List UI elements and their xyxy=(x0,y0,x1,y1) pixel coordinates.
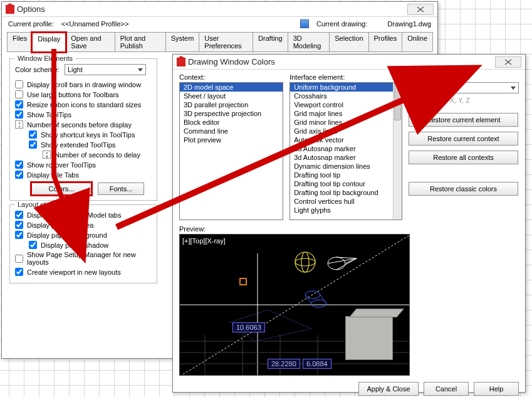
option-label: Display paper background xyxy=(27,231,107,239)
list-item[interactable]: 2d Autosnap marker xyxy=(290,144,402,153)
list-item[interactable]: Light glyphs xyxy=(290,206,402,214)
preview-label: Preview: xyxy=(179,225,519,233)
option-label: Show extended ToolTips xyxy=(41,141,115,149)
list-item[interactable]: Plot preview xyxy=(180,135,283,144)
option-checkbox[interactable] xyxy=(29,130,37,139)
cancel-button[interactable]: Cancel xyxy=(424,382,469,396)
options-titlebar[interactable]: Options xyxy=(2,2,437,17)
svg-line-18 xyxy=(320,295,326,304)
fonts-button[interactable]: Fonts... xyxy=(98,183,144,195)
option-checkbox[interactable] xyxy=(15,231,23,239)
tab-profiles[interactable]: Profiles xyxy=(368,32,403,51)
option-checkbox[interactable] xyxy=(15,80,23,88)
context-listbox[interactable]: 2D model spaceSheet / layout3D parallel … xyxy=(179,82,283,220)
tab-drafting[interactable]: Drafting xyxy=(253,32,288,51)
list-item[interactable]: Sheet / layout xyxy=(180,92,283,100)
list-item[interactable]: Grid minor lines xyxy=(290,118,402,127)
layout-elements-group: Layout elements Display Layout and Model… xyxy=(9,204,157,283)
current-profile-value: <<Unnamed Profile>> xyxy=(61,20,129,28)
restore-all-contexts-button[interactable]: Restore all contexts xyxy=(409,151,518,164)
number-input[interactable] xyxy=(43,151,51,159)
list-item[interactable]: 3d Autosnap marker xyxy=(290,153,402,162)
option-checkbox[interactable] xyxy=(29,140,37,149)
apply-close-button[interactable]: Apply & Close xyxy=(358,382,419,396)
preview-section: Preview: [+][Top][X-ray] xyxy=(179,225,519,376)
restore-current-element-button[interactable]: Restore current element xyxy=(409,113,518,127)
window-elements-legend: Window Elements xyxy=(15,55,75,62)
dwc-titlebar[interactable]: Drawing Window Colors xyxy=(173,55,525,70)
list-item[interactable]: 3D parallel projection xyxy=(180,100,283,109)
color-scheme-value: Light xyxy=(68,66,83,73)
list-item[interactable]: Command line xyxy=(180,127,283,135)
option-checkbox[interactable] xyxy=(15,171,23,179)
preview-canvas: [+][Top][X-ray] xyxy=(179,234,410,376)
list-item[interactable]: Dynamic dimension lines xyxy=(290,162,402,171)
list-item[interactable]: Autotrack vector xyxy=(290,135,402,144)
option-checkbox[interactable] xyxy=(15,221,23,229)
option-label: Show rollover ToolTips xyxy=(27,161,96,169)
autocad-logo-icon xyxy=(177,58,185,66)
option-checkbox[interactable] xyxy=(15,161,23,169)
interface-element-label: Interface element: xyxy=(289,73,402,81)
list-item[interactable]: Grid axis lines xyxy=(290,127,402,135)
context-label: Context: xyxy=(179,73,283,81)
option-checkbox[interactable] xyxy=(15,90,23,98)
close-icon[interactable] xyxy=(407,4,434,15)
help-button[interactable]: Help xyxy=(474,382,519,396)
svg-point-12 xyxy=(301,252,309,272)
option-label: Create viewport in new layouts xyxy=(27,268,121,276)
list-item[interactable]: Drafting tool tip xyxy=(290,171,402,179)
dwg-file-icon xyxy=(300,19,309,28)
number-input[interactable] xyxy=(15,120,23,129)
restore-classic-colors-button[interactable]: Restore classic colors xyxy=(409,182,518,196)
option-label: Display paper shadow xyxy=(41,241,108,249)
tab-selection[interactable]: Selection xyxy=(329,32,368,51)
tab-user-preferences[interactable]: User Preferences xyxy=(199,32,253,51)
option-label: Display File Tabs xyxy=(27,171,79,179)
options-tabs: FilesDisplayOpen and SavePlot and Publis… xyxy=(7,32,432,52)
option-label: Display Layout and Model tabs xyxy=(27,211,121,219)
list-item[interactable]: Crosshairs xyxy=(290,92,402,100)
tab-display[interactable]: Display xyxy=(32,33,66,52)
tint-xyz-checkbox xyxy=(415,96,423,104)
close-icon[interactable] xyxy=(495,56,521,68)
option-checkbox[interactable] xyxy=(15,211,23,219)
tab-online[interactable]: Online xyxy=(402,32,433,51)
option-label: Resize ribbon icons to standard sizes xyxy=(27,101,141,109)
list-item[interactable]: 2D model space xyxy=(180,83,283,92)
current-drawing-value: Drawing1.dwg xyxy=(387,20,431,28)
tab-files[interactable]: Files xyxy=(7,32,33,51)
list-item[interactable]: Drafting tool tip background xyxy=(290,188,402,197)
tab-plot-and-publish[interactable]: Plot and Publish xyxy=(115,32,166,51)
colors-button[interactable]: Colors... xyxy=(31,183,91,195)
color-scheme-dropdown[interactable]: Light xyxy=(65,64,146,75)
color-label: Color: xyxy=(409,73,519,81)
option-label: Show shortcut keys in ToolTips xyxy=(41,131,135,139)
color-dropdown[interactable]: Black xyxy=(409,82,519,93)
option-checkbox[interactable] xyxy=(15,110,23,119)
autocad-logo-icon xyxy=(6,5,14,14)
option-checkbox[interactable] xyxy=(15,255,23,263)
interface-element-listbox[interactable]: Uniform backgroundCrosshairsViewport con… xyxy=(289,82,402,220)
tab-open-and-save[interactable]: Open and Save xyxy=(65,32,115,51)
tab-system[interactable]: System xyxy=(165,32,200,51)
option-checkbox[interactable] xyxy=(15,268,23,276)
list-item[interactable]: Control vertices hull xyxy=(290,197,402,206)
list-item[interactable]: Block editor xyxy=(180,118,283,127)
svg-point-13 xyxy=(328,257,345,270)
list-item[interactable]: Drafting tool tip contour xyxy=(290,179,402,188)
profile-bar: Current profile: <<Unnamed Profile>> Cur… xyxy=(8,19,431,28)
preview-cube-shape xyxy=(345,316,393,360)
list-item[interactable]: Grid major lines xyxy=(290,109,402,118)
list-item[interactable]: Viewport control xyxy=(290,100,402,109)
restore-current-context-button[interactable]: Restore current context xyxy=(409,132,518,146)
chevron-down-icon xyxy=(511,87,516,90)
preview-readout-2: 6.0884 xyxy=(303,359,331,369)
tab-3d-modeling[interactable]: 3D Modeling xyxy=(288,32,330,51)
option-checkbox[interactable] xyxy=(29,241,37,249)
list-item[interactable]: 3D perspective projection xyxy=(180,109,283,118)
scrollbar[interactable] xyxy=(393,83,402,220)
chevron-down-icon xyxy=(138,68,143,71)
list-item[interactable]: Uniform background xyxy=(290,83,402,92)
option-checkbox[interactable] xyxy=(15,100,23,109)
